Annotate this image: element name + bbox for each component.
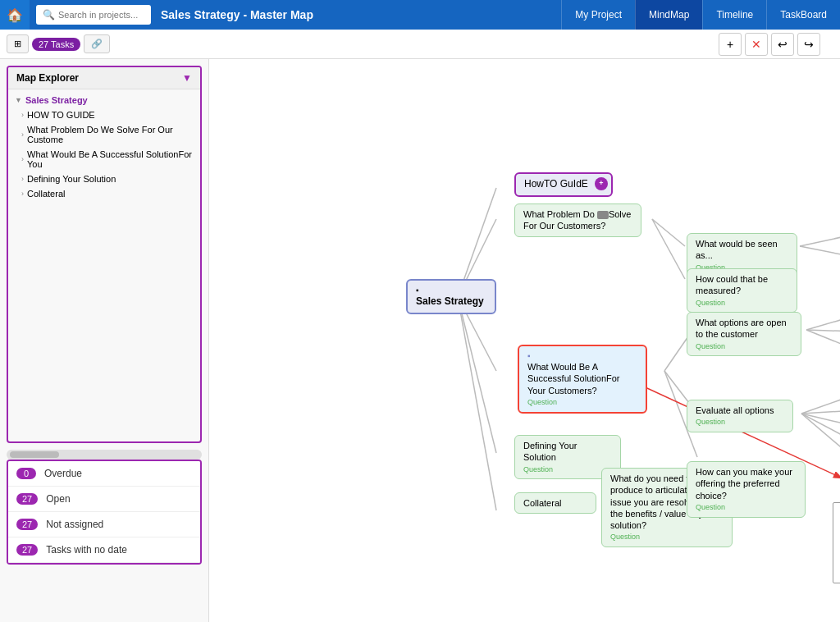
task-item-open: 27 Open bbox=[8, 487, 200, 512]
redo-button[interactable]: ↪ bbox=[797, 33, 820, 56]
top-navigation: 🏠 🔍 Sales Strategy - Master Map My Proje… bbox=[0, 0, 840, 30]
notassigned-badge: 27 bbox=[16, 519, 38, 530]
how-preferred-label: How can you make your offering the prefe… bbox=[696, 466, 797, 501]
task-item-nodate: 27 Tasks with no date bbox=[8, 537, 200, 563]
svg-line-18 bbox=[801, 414, 840, 443]
svg-line-10 bbox=[800, 236, 840, 246]
what-would-be-label: What Would Be A Successful SolutionFor Y… bbox=[527, 361, 637, 396]
map-explorer-header: Map Explorer ▼ bbox=[8, 67, 200, 89]
what-would-be-node[interactable]: ▪ What Would Be A Successful SolutionFor… bbox=[518, 345, 647, 414]
tab-taskboard[interactable]: TaskBoard bbox=[766, 0, 840, 30]
tree-item-howto-label: HOW TO GUIDE bbox=[27, 110, 95, 120]
what-produce-question-label: Question bbox=[610, 533, 640, 542]
horizontal-scrollbar[interactable] bbox=[7, 450, 202, 460]
mindmap-canvas[interactable]: ▪ Sales Strategy HowTO GuIdE + What Prob… bbox=[209, 59, 840, 622]
task-item-notassigned: 27 Not assigned bbox=[8, 512, 200, 537]
left-panel: Map Explorer ▼ ▼ Sales Strategy › HOW TO… bbox=[0, 59, 209, 622]
evaluate-options-label: Evaluate all options bbox=[696, 405, 774, 416]
how-preferred-question-label: Question bbox=[696, 503, 725, 513]
evaluate-options-node[interactable]: Evaluate all options Question bbox=[687, 400, 793, 432]
svg-line-14 bbox=[806, 330, 840, 350]
tasks-count: 27 bbox=[39, 39, 48, 49]
what-options-question-label: Question bbox=[696, 342, 725, 352]
what-would-be-icon: ▪ bbox=[527, 350, 531, 361]
map-explorer-body: ▼ Sales Strategy › HOW TO GUIDE › What P… bbox=[8, 89, 200, 437]
overdue-label: Overdue bbox=[44, 468, 82, 479]
nodate-label: Tasks with no date bbox=[46, 544, 127, 556]
tooltip-box: TYPE & RETURN: Select a branch and simpl… bbox=[833, 502, 840, 583]
tab-mindmap[interactable]: MindMap bbox=[635, 0, 702, 30]
howto-guide-label: HowTO GuIdE bbox=[524, 178, 588, 191]
defining-question-label: Question bbox=[523, 465, 553, 475]
tree-item-defining[interactable]: › Defining Your Solution bbox=[8, 172, 200, 186]
search-box: 🔍 bbox=[36, 5, 151, 25]
nodate-badge: 27 bbox=[16, 544, 38, 556]
add-button[interactable]: + bbox=[719, 33, 742, 56]
collateral-label: Collateral bbox=[523, 497, 561, 509]
evaluate-question-label: Question bbox=[696, 418, 725, 428]
search-input[interactable] bbox=[58, 10, 144, 20]
svg-line-19 bbox=[801, 414, 840, 461]
search-icon: 🔍 bbox=[43, 9, 55, 21]
sales-strategy-node[interactable]: ▪ Sales Strategy bbox=[406, 279, 496, 314]
tab-timeline[interactable]: Timeline bbox=[702, 0, 766, 30]
howto-guide-node[interactable]: HowTO GuIdE + bbox=[514, 172, 613, 197]
scrollbar-thumb bbox=[10, 451, 59, 458]
svg-line-17 bbox=[801, 414, 840, 427]
tree-item-whatproblem-label: What Problem Do We Solve For Our Custome bbox=[27, 125, 194, 144]
filter-icon[interactable]: ▼ bbox=[182, 72, 192, 84]
toolbar: ⊞ 27 Tasks 🔗 + ✕ ↩ ↪ bbox=[0, 30, 840, 59]
delete-button[interactable]: ✕ bbox=[745, 33, 768, 56]
main-content: Map Explorer ▼ ▼ Sales Strategy › HOW TO… bbox=[0, 59, 840, 622]
what-problem-node[interactable]: What Problem Do Solve For Our Customers? bbox=[514, 204, 641, 237]
what-problem-label: What Problem Do Solve For Our Customers? bbox=[523, 208, 632, 232]
tab-my-project[interactable]: My Project bbox=[561, 0, 635, 30]
svg-line-5 bbox=[652, 219, 685, 246]
task-panel: 0 Overdue 27 Open 27 Not assigned 27 Tas… bbox=[7, 460, 202, 565]
how-measured-label: How could that be measured? bbox=[696, 273, 788, 297]
open-label: Open bbox=[46, 493, 70, 505]
svg-line-6 bbox=[652, 219, 685, 279]
svg-line-11 bbox=[800, 246, 840, 256]
tasks-label: Tasks bbox=[51, 39, 74, 49]
svg-line-4 bbox=[458, 297, 496, 510]
overdue-badge: 0 bbox=[16, 468, 36, 479]
action-buttons: + ✕ ↩ ↪ bbox=[719, 33, 820, 56]
task-item-overdue: 0 Overdue bbox=[8, 461, 200, 487]
defining-solution-label: Defining Your Solution bbox=[523, 440, 612, 464]
grid-button[interactable]: ⊞ bbox=[7, 34, 29, 53]
map-explorer: Map Explorer ▼ ▼ Sales Strategy › HOW TO… bbox=[7, 66, 202, 443]
howto-badge: + bbox=[599, 179, 603, 189]
tree-item-collateral-label: Collateral bbox=[27, 189, 65, 199]
what-options-node[interactable]: What options are open to the customer Qu… bbox=[687, 312, 801, 356]
how-measured-question-label: Question bbox=[696, 299, 725, 309]
open-badge: 27 bbox=[16, 493, 38, 505]
tree-item-whatproblem[interactable]: › What Problem Do We Solve For Our Custo… bbox=[8, 122, 200, 147]
svg-line-13 bbox=[806, 330, 840, 332]
tree-item-whatwould[interactable]: › What Would Be A Successful SolutionFor… bbox=[8, 147, 200, 172]
link-button[interactable]: 🔗 bbox=[84, 34, 110, 53]
page-title: Sales Strategy - Master Map bbox=[158, 8, 561, 21]
what-options-label: What options are open to the customer bbox=[696, 317, 792, 341]
seen-as-label: What would be seen as... bbox=[696, 238, 788, 262]
tree-item-collateral[interactable]: › Collateral bbox=[8, 186, 200, 201]
collateral-node[interactable]: Collateral bbox=[514, 492, 596, 514]
sales-strategy-label: Sales Strategy bbox=[416, 295, 484, 309]
svg-line-12 bbox=[806, 315, 840, 330]
undo-button[interactable]: ↩ bbox=[771, 33, 794, 56]
how-preferred-node[interactable]: How can you make your offering the prefe… bbox=[687, 461, 806, 518]
tasks-badge[interactable]: 27 Tasks bbox=[32, 38, 80, 51]
svg-line-16 bbox=[801, 410, 840, 414]
map-explorer-title: Map Explorer bbox=[16, 72, 79, 84]
notassigned-label: Not assigned bbox=[46, 519, 103, 530]
svg-line-15 bbox=[801, 394, 840, 414]
tree-item-howto[interactable]: › HOW TO GUIDE bbox=[8, 107, 200, 122]
svg-line-3 bbox=[458, 297, 496, 453]
how-measured-node[interactable]: How could that be measured? Question bbox=[687, 268, 797, 313]
home-button[interactable]: 🏠 bbox=[0, 0, 30, 30]
tree-root-label: Sales Strategy bbox=[25, 95, 88, 105]
nav-tabs: My Project MindMap Timeline TaskBoard bbox=[561, 0, 840, 30]
tree-root-item[interactable]: ▼ Sales Strategy bbox=[8, 93, 200, 107]
what-would-be-question-label: Question bbox=[527, 398, 557, 408]
tree-item-defining-label: Defining Your Solution bbox=[27, 174, 116, 184]
